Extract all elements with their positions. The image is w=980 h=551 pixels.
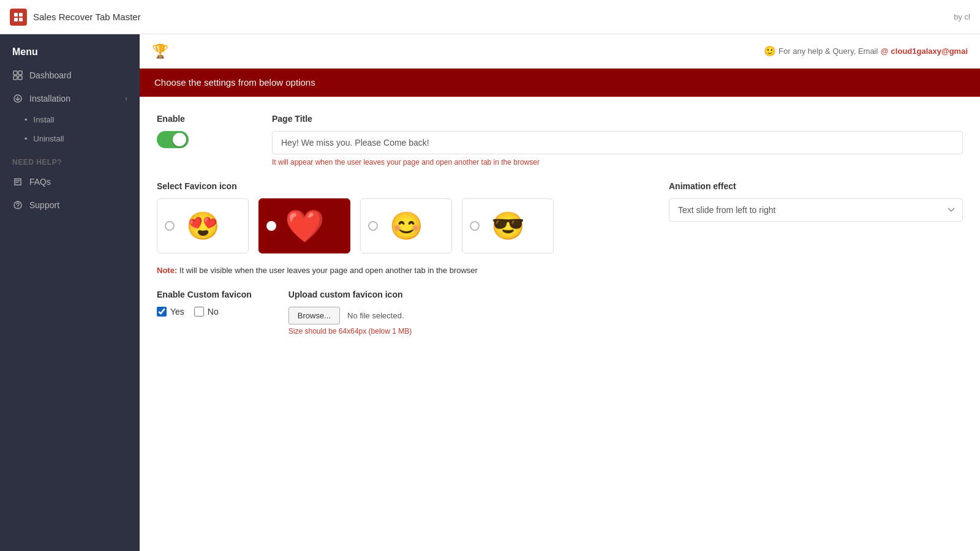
no-label: No <box>208 307 219 317</box>
yes-no-row: Yes No <box>157 307 252 317</box>
sidebar-item-dashboard[interactable]: Dashboard <box>0 64 140 87</box>
favicon-animation-row: Select Favicon icon 😍 ❤️ <box>157 181 963 253</box>
page-title-label: Page Title <box>272 114 963 124</box>
at-icon: @ <box>880 47 888 56</box>
favicon-radio-love <box>165 221 175 231</box>
page-title-note: It will appear when the user leaves your… <box>272 158 963 167</box>
animation-effect-label: Animation effect <box>669 181 963 191</box>
upload-size-note: Size should be 64x64px (below 1 MB) <box>288 327 412 335</box>
faqs-icon <box>12 176 23 187</box>
custom-favicon-section: Enable Custom favicon Yes No Upload cus <box>157 290 963 335</box>
title-bar: Sales Recover Tab Master by cl <box>0 0 980 34</box>
sidebar-sub-install[interactable]: Install <box>0 110 140 129</box>
support-icon <box>12 200 23 211</box>
sidebar: Menu Dashboard Installation › Install Un… <box>0 34 140 551</box>
faqs-label: FAQs <box>29 177 51 187</box>
favicon-option-heart[interactable]: ❤️ <box>258 198 350 253</box>
enable-label: Enable <box>157 114 255 124</box>
browse-button[interactable]: Browse... <box>288 307 340 324</box>
help-email-row: 🙂 For any help & Query, Email @ cloud1ga… <box>764 45 968 57</box>
enable-page-title-row: Enable Page Title It will appear when th… <box>157 114 963 167</box>
support-label: Support <box>29 200 59 210</box>
favicon-option-smile[interactable]: 😊 <box>360 198 452 253</box>
toggle-knob <box>173 133 186 146</box>
settings-banner-text: Choose the settings from below options <box>154 77 315 88</box>
dashboard-icon <box>12 70 23 81</box>
sidebar-installation-label: Installation <box>29 94 70 103</box>
sidebar-item-faqs[interactable]: FAQs <box>0 170 140 193</box>
main-content: 🏆 🙂 For any help & Query, Email @ cloud1… <box>140 34 980 551</box>
app-title: Sales Recover Tab Master <box>33 12 141 22</box>
animation-select[interactable]: Text slide from left to right Text slide… <box>669 198 963 222</box>
enable-col: Enable <box>157 114 255 167</box>
need-help-title: Need Help? <box>0 148 140 170</box>
favicon-col: Select Favicon icon 😍 ❤️ <box>157 181 644 253</box>
note-text: Note: It will be visible when the user l… <box>157 266 963 275</box>
no-file-text: No file selected. <box>347 311 404 320</box>
svg-rect-7 <box>18 76 22 80</box>
svg-rect-2 <box>14 18 18 21</box>
yes-checkbox[interactable] <box>157 307 167 317</box>
page-title-col: Page Title It will appear when the user … <box>272 114 963 167</box>
upload-col: Upload custom favicon icon Browse... No … <box>288 290 412 335</box>
svg-point-10 <box>17 207 18 208</box>
note-label: Note: <box>157 266 177 275</box>
select-favicon-label: Select Favicon icon <box>157 181 644 191</box>
settings-banner: Choose the settings from below options <box>140 69 980 97</box>
no-checkbox-item[interactable]: No <box>194 307 219 317</box>
note-body: It will be visible when the user leaves … <box>179 266 478 275</box>
favicon-radio-smile <box>368 221 378 231</box>
svg-rect-4 <box>13 71 17 75</box>
page-title-input[interactable] <box>272 131 963 154</box>
sidebar-item-installation[interactable]: Installation › <box>0 87 140 110</box>
enable-custom-label: Enable Custom favicon <box>157 290 252 299</box>
svg-rect-3 <box>19 18 23 21</box>
installation-icon <box>12 93 23 104</box>
title-bar-right: by cl <box>954 12 970 21</box>
yes-label: Yes <box>170 307 184 317</box>
enable-custom-col: Enable Custom favicon Yes No <box>157 290 252 317</box>
header-star-icon: 🏆 <box>152 43 168 59</box>
sidebar-item-support[interactable]: Support <box>0 193 140 217</box>
app-logo <box>10 9 27 26</box>
help-text: For any help & Query, Email <box>778 47 878 56</box>
email-text: cloud1galaxy@gmai <box>891 47 968 56</box>
favicon-radio-heart <box>266 221 276 231</box>
svg-rect-0 <box>14 13 18 17</box>
svg-rect-6 <box>13 76 17 80</box>
yes-checkbox-item[interactable]: Yes <box>157 307 184 317</box>
sidebar-menu-title: Menu <box>0 34 140 64</box>
favicon-emoji-cool: 😎 <box>491 210 525 242</box>
favicon-radio-cool <box>470 221 480 231</box>
svg-rect-1 <box>19 13 23 17</box>
favicon-grid: 😍 ❤️ 😊 <box>157 198 616 253</box>
enable-toggle[interactable] <box>157 131 189 148</box>
main-header: 🏆 🙂 For any help & Query, Email @ cloud1… <box>140 34 980 69</box>
favicon-emoji-love: 😍 <box>186 210 220 242</box>
sidebar-dashboard-label: Dashboard <box>29 70 72 80</box>
sidebar-sub-uninstall[interactable]: Uninstall <box>0 129 140 148</box>
upload-label: Upload custom favicon icon <box>288 290 412 299</box>
no-checkbox[interactable] <box>194 307 204 317</box>
favicon-option-cool[interactable]: 😎 <box>462 198 554 253</box>
favicon-emoji-heart: ❤️ <box>285 208 325 245</box>
installation-arrow: › <box>125 94 127 103</box>
animation-col: Animation effect Text slide from left to… <box>669 181 963 253</box>
content-area: Enable Page Title It will appear when th… <box>140 97 980 353</box>
install-label: Install <box>34 115 55 124</box>
favicon-option-love[interactable]: 😍 <box>157 198 249 253</box>
favicon-emoji-smile: 😊 <box>390 210 423 242</box>
smiley-icon: 🙂 <box>764 45 776 57</box>
upload-row: Browse... No file selected. <box>288 307 412 324</box>
svg-rect-5 <box>18 71 22 75</box>
uninstall-label: Uninstall <box>34 134 64 143</box>
